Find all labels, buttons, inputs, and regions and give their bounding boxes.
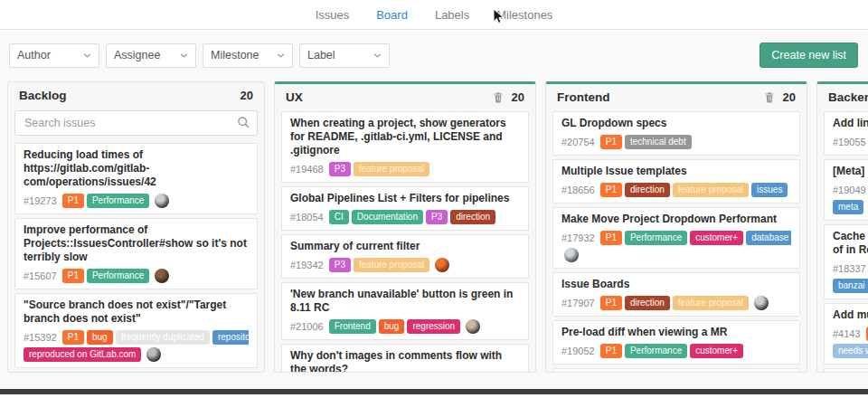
issue-card[interactable]: Improve performance of Projects::IssuesC…	[14, 218, 258, 289]
issue-card[interactable]: 'New branch unavailable' button is green…	[281, 282, 529, 340]
tab-labels[interactable]: Labels	[435, 8, 469, 22]
trash-icon[interactable]	[764, 91, 775, 103]
label-p3[interactable]: P3	[329, 258, 351, 272]
issue-meta-row: #21006Frontendbugregression	[290, 318, 520, 334]
assignee-filter-dropdown[interactable]: Assignee	[106, 43, 196, 68]
label-feature-proposal[interactable]: feature proposal	[673, 183, 749, 197]
label-frequently-duplicated[interactable]: frequently duplicated	[116, 330, 210, 345]
label-direction[interactable]: direction	[625, 183, 670, 197]
assignee-avatar[interactable]	[155, 194, 169, 208]
issue-card[interactable]: Cache ren of in Redi#18337Performanceban…	[824, 224, 868, 299]
label-p1[interactable]: P1	[62, 269, 84, 283]
issue-meta-row: #19049P1	[833, 182, 868, 197]
label-filter-dropdown[interactable]: Label	[299, 43, 390, 68]
issue-number: #19049	[833, 185, 866, 195]
issue-card[interactable]	[14, 372, 258, 373]
issue-card[interactable]: Add multip#4143P1needs weight	[824, 303, 868, 365]
issue-number: #19342	[290, 260, 324, 270]
label-p1[interactable]: P1	[600, 231, 622, 245]
issue-meta-row: meta	[833, 199, 868, 214]
label-direction[interactable]: direction	[625, 296, 670, 310]
assignee-avatar[interactable]	[155, 269, 169, 283]
label-p1[interactable]: P1	[62, 194, 84, 208]
label-p3[interactable]: P3	[329, 162, 351, 176]
author-filter-dropdown[interactable]: Author	[9, 43, 99, 68]
column-issue-count: 20	[783, 90, 796, 104]
issue-card[interactable]: Multiple Issue templates#18656P1directio…	[552, 159, 800, 204]
issue-number: #17907	[561, 298, 595, 308]
issue-card[interactable]: Add line co#19055P1	[824, 111, 868, 156]
issue-number: #15607	[24, 270, 57, 281]
issue-meta-row: banzaidatabase	[833, 278, 868, 293]
issue-number: #19468	[290, 164, 324, 175]
label-p1[interactable]: P1	[600, 344, 622, 358]
issue-card[interactable]: When creating a project, show generators…	[281, 111, 529, 183]
assignee-avatar[interactable]	[754, 296, 769, 310]
issue-card-list-frontend[interactable]: GL Dropdown specs#20754P1technical debtM…	[546, 109, 807, 373]
label-customer+[interactable]: customer+	[690, 231, 743, 245]
label-needs-weight[interactable]: needs weight	[833, 344, 868, 358]
assignee-avatar[interactable]	[466, 319, 480, 334]
label-performance[interactable]: Performance	[87, 269, 149, 283]
issue-card[interactable]	[552, 368, 800, 373]
label-documentation[interactable]: Documentation	[352, 210, 423, 224]
label-bug[interactable]: bug	[379, 319, 405, 334]
issue-title: GL Dropdown specs	[561, 117, 791, 130]
label-feature-proposal[interactable]: feature proposal	[354, 258, 429, 272]
label-performance[interactable]: Performance	[87, 194, 149, 208]
tab-issues[interactable]: Issues	[316, 8, 350, 22]
tab-board[interactable]: Board	[376, 8, 408, 22]
column-title: UX	[286, 90, 303, 104]
label-customer+[interactable]: customer+	[690, 344, 743, 358]
trash-icon[interactable]	[493, 91, 504, 103]
issue-meta-row	[561, 247, 791, 262]
issue-title: Add line co	[833, 117, 868, 130]
issue-card[interactable]: [Meta] Co#19049P1meta	[824, 159, 868, 221]
chevron-down-icon	[83, 52, 91, 60]
label-reproduced-on-gitlab-com[interactable]: reproduced on GitLab.com	[24, 347, 141, 362]
issue-card[interactable]: GL Dropdown specs#20754P1technical debt	[552, 111, 800, 156]
label-banzai[interactable]: banzai	[833, 279, 868, 293]
label-technical-debt[interactable]: technical debt	[625, 135, 692, 149]
label-performance[interactable]: Performance	[625, 231, 687, 245]
label-meta[interactable]: meta	[833, 200, 863, 214]
label-p1[interactable]: P1	[600, 135, 622, 149]
tab-milestones[interactable]: Milestones	[496, 8, 552, 22]
label-feature-proposal[interactable]: feature proposal	[354, 162, 429, 176]
column-header-backlog: Backlog20	[8, 82, 264, 108]
issue-card[interactable]: "Source branch does not exist"/"Target b…	[14, 293, 258, 368]
create-new-list-button[interactable]: Create new list	[760, 43, 858, 68]
issue-card[interactable]: Global Pipelines List + Filters for pipe…	[281, 186, 529, 231]
label-p1[interactable]: P1	[600, 183, 622, 197]
issue-card[interactable]: Pre-load diff when viewing a MR#19052P1P…	[552, 320, 800, 365]
label-performance[interactable]: Performance	[625, 344, 687, 358]
issue-card-list-backlog[interactable]: Reducing load times of https://gitlab.co…	[8, 141, 264, 373]
label-database[interactable]: database	[746, 231, 791, 245]
issue-card-list-backend[interactable]: Add line co#19055P1[Meta] Co#19049P1meta…	[817, 109, 868, 373]
label-bug[interactable]: bug	[87, 330, 113, 345]
label-direction[interactable]: direction	[450, 210, 495, 224]
assignee-avatar[interactable]	[146, 347, 161, 362]
label-p1[interactable]: P1	[62, 330, 84, 345]
issue-card[interactable]: Why don't images in comments flow with t…	[281, 344, 529, 373]
label-p1[interactable]: P1	[600, 296, 622, 310]
issue-card[interactable]: Issue Boards#17907P1directionfeature pro…	[552, 272, 800, 317]
label-regression[interactable]: regression	[407, 319, 460, 334]
label-feature-proposal[interactable]: feature proposal	[673, 296, 749, 310]
issue-card[interactable]: Expand dif	[824, 368, 868, 373]
label-repository[interactable]: repository	[212, 330, 249, 345]
label-issues[interactable]: issues	[751, 183, 788, 197]
issue-title: Pre-load diff when viewing a MR	[561, 326, 791, 339]
issue-meta-row: #17907P1directionfeature proposal	[561, 295, 791, 310]
assignee-avatar[interactable]	[564, 248, 579, 262]
issue-card[interactable]: Reducing load times of https://gitlab.co…	[14, 143, 258, 214]
label-ci[interactable]: CI	[329, 210, 349, 224]
label-p3[interactable]: P3	[426, 210, 448, 224]
issue-card[interactable]: Summary of current filter#19342P3feature…	[281, 234, 529, 279]
milestone-filter-dropdown[interactable]: Milestone	[203, 43, 293, 68]
label-frontend[interactable]: Frontend	[329, 319, 376, 334]
issue-card-list-ux[interactable]: When creating a project, show generators…	[275, 109, 535, 373]
search-issues-input[interactable]	[14, 110, 258, 136]
issue-card[interactable]: Make Move Project Dropdown Performant#17…	[552, 207, 800, 269]
assignee-avatar[interactable]	[435, 258, 449, 272]
